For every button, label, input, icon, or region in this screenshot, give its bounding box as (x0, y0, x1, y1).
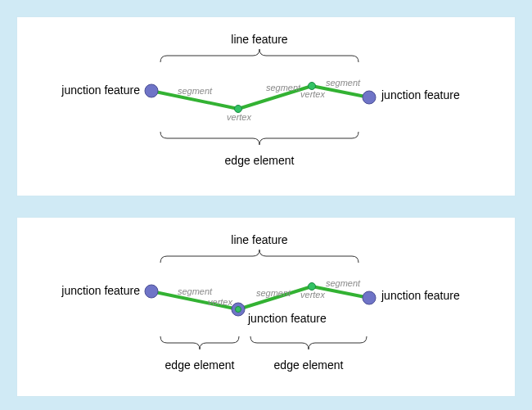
ann-vertex-2b: vertex (300, 290, 325, 300)
label-junction-left-2: junction feature (61, 284, 140, 297)
ann-segment-3: segment (326, 78, 361, 88)
brace-line-feature (160, 49, 358, 62)
brace-edge-element (160, 132, 358, 145)
label-junction-right: junction feature (381, 88, 460, 101)
diagram-svg-bottom: line feature junction feature junction f… (17, 218, 515, 396)
brace-edge-right (250, 336, 367, 349)
label-edge-left: edge element (165, 358, 235, 372)
ann-segment-3b: segment (326, 278, 361, 288)
ann-segment-1b: segment (178, 286, 213, 296)
label-line-feature-2: line feature (231, 233, 287, 246)
brace-line-feature-2 (160, 250, 358, 263)
junction-right-2 (363, 291, 376, 304)
diagram-panel-bottom: line feature junction feature junction f… (16, 217, 516, 397)
ann-vertex-2: vertex (300, 89, 325, 99)
diagram-svg-top: line feature junction feature junction f… (17, 17, 515, 196)
junction-left-2 (145, 285, 158, 298)
diagram-panel-top: line feature junction feature junction f… (16, 16, 516, 196)
junction-right (363, 91, 376, 104)
label-junction-right-2: junction feature (381, 289, 460, 302)
label-junction-left: junction feature (61, 83, 140, 97)
ann-vertex-1: vertex (227, 112, 251, 122)
label-edge-right: edge element (274, 358, 344, 372)
ann-segment-2: segment (266, 83, 301, 92)
ann-vertex-1b: vertex (208, 297, 232, 307)
ann-segment-2b: segment (256, 288, 291, 298)
ann-segment-1: segment (178, 86, 213, 96)
junction-left (145, 84, 158, 97)
junction-mid-inner (236, 307, 241, 313)
label-junction-mid: junction feature (247, 312, 327, 325)
label-line-feature: line feature (231, 33, 287, 46)
brace-edge-left (160, 336, 239, 349)
label-edge-element: edge element (225, 154, 295, 167)
